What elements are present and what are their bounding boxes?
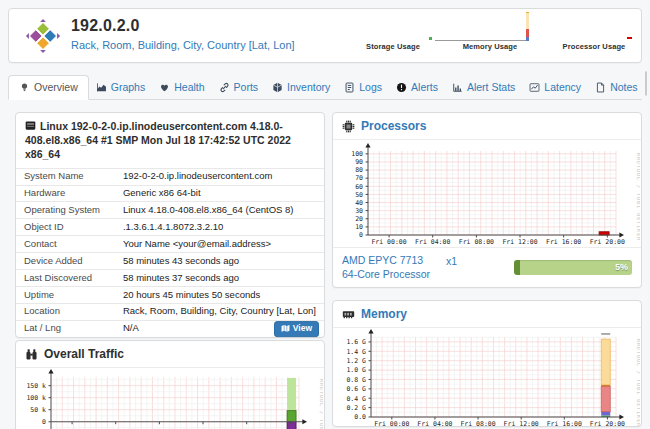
svg-text:0: 0: [359, 231, 363, 239]
svg-text:RRDTOOL / TOBI OETIKER: RRDTOOL / TOBI OETIKER: [636, 153, 640, 241]
cube-icon: [272, 82, 283, 93]
row-value: 20 hours 45 minutes 50 seconds: [115, 287, 324, 304]
memory-usage-minigraph[interactable]: [435, 11, 533, 41]
svg-text:100 k: 100 k: [26, 394, 46, 402]
svg-text:Fri 12:00: Fri 12:00: [502, 238, 537, 246]
link-icon: [219, 82, 230, 93]
svg-text:RRDTOOL / TOBI OETIKER: RRDTOOL / TOBI OETIKER: [636, 339, 640, 427]
device-header-card: 192.0.2.0 Rack, Room, Building, City, Co…: [8, 8, 642, 63]
svg-text:150 k: 150 k: [26, 382, 46, 390]
overall-traffic-graph[interactable]: 050 k100 k150 kFri 00:00Fri 04:00Fri 08:…: [17, 369, 323, 429]
table-row: Uptime20 hours 45 minutes 50 seconds: [16, 287, 324, 304]
row-label: System Name: [16, 168, 115, 185]
svg-text:40: 40: [355, 199, 363, 207]
tab-health[interactable]: Health: [152, 76, 211, 99]
tab-ports[interactable]: Ports: [212, 76, 266, 99]
row-label: Operating System: [16, 202, 115, 219]
svg-text:50 k: 50 k: [30, 406, 46, 414]
tab-notes[interactable]: Notes: [588, 76, 644, 99]
table-row: Last Discovered58 minutes 37 seconds ago: [16, 270, 324, 287]
table-row: System Name192-0-2-0.ip.linodeuserconten…: [16, 168, 324, 185]
svg-text:70: 70: [355, 174, 363, 182]
tab-label: Alerts: [411, 81, 438, 93]
table-row: Lat / LngN/AView: [16, 320, 324, 336]
tab-logs[interactable]: Logs: [337, 76, 389, 99]
processor-detail: 64-Core Processor: [342, 268, 446, 282]
tab-label: Health: [174, 81, 204, 93]
processors-panel: Processors 0102030405060708090100Fri 00:…: [332, 112, 642, 288]
storage-usage-spark: [429, 37, 432, 40]
line-chart-icon: [529, 82, 540, 93]
processor-usage-bar: 5%: [514, 260, 632, 275]
row-label: Contact: [16, 236, 115, 253]
svg-text:50: 50: [355, 191, 363, 199]
memory-spike-used: [526, 29, 529, 37]
system-info-panel: Linux 192-0-2-0.ip.linodeusercontent.com…: [15, 112, 325, 338]
svg-text:Fri 00:00: Fri 00:00: [374, 420, 409, 427]
tab-graphs[interactable]: Graphs: [89, 76, 152, 99]
row-value: Your Name <your@email.address>: [115, 236, 324, 253]
system-description: Linux 192-0-2-0.ip.linodeusercontent.com…: [16, 113, 324, 168]
table-row: HardwareGeneric x86 64-bit: [16, 185, 324, 202]
svg-text:0.8 G: 0.8 G: [346, 376, 366, 384]
device-title: 192.0.2.0: [71, 17, 140, 35]
svg-text:Fri 12:00: Fri 12:00: [504, 420, 539, 427]
tab-label: Logs: [359, 81, 382, 93]
svg-text:1.2 G: 1.2 G: [346, 357, 366, 365]
table-row: Device Added58 minutes 43 seconds ago: [16, 253, 324, 270]
svg-text:90: 90: [355, 158, 363, 166]
tab-label: Inventory: [287, 81, 330, 93]
svg-text:100: 100: [351, 150, 363, 158]
memory-spike-free: [526, 13, 529, 29]
row-value: 58 minutes 43 seconds ago: [115, 253, 324, 270]
tab-label: Overview: [34, 81, 78, 93]
svg-text:60: 60: [355, 183, 363, 191]
svg-text:0.4 G: 0.4 G: [346, 395, 366, 403]
svg-text:80: 80: [355, 166, 363, 174]
row-value: 58 minutes 37 seconds ago: [115, 270, 324, 287]
processors-graph[interactable]: 0102030405060708090100Fri 00:00Fri 04:00…: [334, 141, 640, 247]
svg-text:Fri 00:00: Fri 00:00: [371, 238, 406, 246]
svg-text:10: 10: [355, 223, 363, 231]
svg-text:RRDTOOL / TOBI OETIKER: RRDTOOL / TOBI OETIKER: [319, 379, 323, 429]
tab-overview[interactable]: Overview: [8, 75, 89, 100]
row-label: Object ID: [16, 219, 115, 236]
binoculars-icon: [25, 348, 38, 361]
svg-text:0.0: 0.0: [354, 413, 366, 421]
row-label: Uptime: [16, 287, 115, 304]
tab-actions-group: ⚙ ⋮: [645, 71, 647, 96]
memory-graph[interactable]: 0.00.2 G0.4 G0.6 G0.8 G1.0 G1.2 G1.4 G1.…: [334, 329, 640, 427]
overall-traffic-panel: Overall Traffic 050 k100 k150 kFri 00:00…: [15, 340, 325, 429]
tab-alert-stats[interactable]: Alert Stats: [445, 76, 522, 99]
processor-usage-minigraph[interactable]: [554, 21, 634, 41]
device-location-link[interactable]: Rack, Room, Building, City, Country [Lat…: [71, 39, 295, 51]
table-row: LocationRack, Room, Building, City, Coun…: [16, 303, 324, 320]
storage-usage-label: Storage Usage: [345, 42, 441, 51]
svg-text:Fri 08:00: Fri 08:00: [459, 238, 494, 246]
memory-usage-baseline: [435, 40, 529, 41]
storage-usage-minigraph[interactable]: [349, 21, 433, 41]
map-icon: [281, 324, 290, 333]
row-value: Rack, Room, Building, City, Country [Lat…: [115, 303, 324, 320]
tab-latency[interactable]: Latency: [522, 76, 588, 99]
row-label: Location: [16, 303, 115, 320]
traffic-panel-title: Overall Traffic: [44, 347, 124, 361]
alert-circle-icon: [396, 82, 407, 93]
memory-panel: Memory 0.00.2 G0.4 G0.6 G0.8 G1.0 G1.2 G…: [332, 300, 642, 427]
svg-text:Fri 16:00: Fri 16:00: [546, 238, 581, 246]
memory-usage-label: Memory Usage: [430, 42, 550, 51]
file-lines-icon: [344, 82, 355, 93]
note-icon: [595, 82, 606, 93]
row-value: N/AView: [115, 320, 324, 336]
tab-inventory[interactable]: Inventory: [265, 76, 337, 99]
table-row: ContactYour Name <your@email.address>: [16, 236, 324, 253]
svg-text:0.6 G: 0.6 G: [346, 385, 366, 393]
tab-alerts[interactable]: Alerts: [389, 76, 445, 99]
gear-icon[interactable]: ⚙: [646, 72, 647, 95]
processor-name-link[interactable]: AMD EPYC 7713 64-Core Processor: [342, 254, 446, 281]
view-button[interactable]: View: [274, 321, 319, 337]
svg-text:Fri 16:00: Fri 16:00: [547, 420, 582, 427]
svg-text:Fri 04:00: Fri 04:00: [417, 420, 452, 427]
svg-text:Fri 08:00: Fri 08:00: [460, 420, 495, 427]
area-chart-icon: [96, 82, 107, 93]
